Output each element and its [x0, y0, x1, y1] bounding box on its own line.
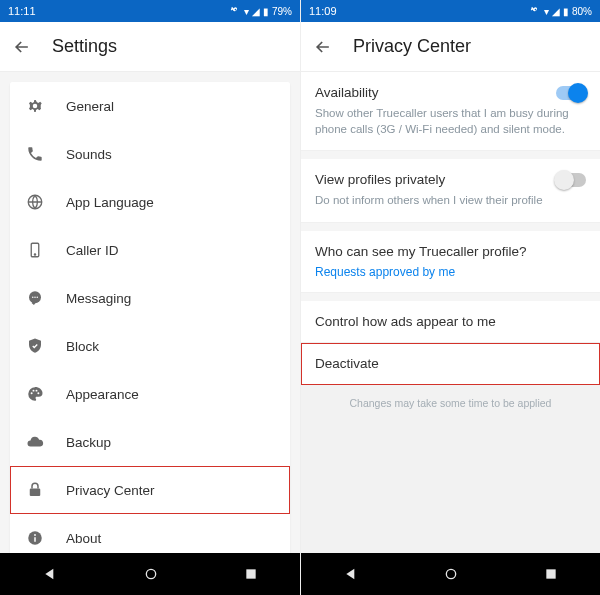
nav-home-icon[interactable]: [443, 566, 459, 582]
lock-icon: [26, 481, 44, 499]
settings-item-language[interactable]: App Language: [10, 178, 290, 226]
nav-recent-icon[interactable]: [544, 567, 558, 581]
battery-icon: ▮: [263, 6, 269, 17]
navigation-bar: [301, 553, 600, 595]
smartphone-icon: [26, 241, 44, 259]
palette-icon: [26, 385, 44, 403]
svg-rect-13: [34, 537, 36, 542]
svg-point-17: [447, 569, 456, 578]
svg-point-9: [36, 390, 38, 392]
settings-item-block[interactable]: Block: [10, 322, 290, 370]
settings-item-label: About: [66, 531, 101, 546]
cloud-icon: [26, 433, 44, 451]
item-subtitle: Show other Truecaller users that I am bu…: [315, 106, 586, 137]
wifi-icon: ▾: [244, 6, 249, 17]
status-time: 11:11: [8, 5, 227, 17]
settings-item-label: General: [66, 99, 114, 114]
app-bar: Privacy Center: [301, 22, 600, 72]
settings-item-about[interactable]: About: [10, 514, 290, 553]
item-link[interactable]: Requests approved by me: [315, 265, 586, 279]
settings-screen: 11:11 ▾ ◢ ▮ 79% Settings General Sounds: [0, 0, 300, 595]
settings-item-label: Sounds: [66, 147, 112, 162]
settings-item-label: Block: [66, 339, 99, 354]
svg-point-15: [146, 569, 155, 578]
gear-icon: [26, 97, 44, 115]
phone-icon: [26, 145, 44, 163]
svg-rect-18: [546, 569, 555, 578]
settings-list-container: General Sounds App Language Caller ID Me…: [0, 72, 300, 553]
privacy-list: Availability Show other Truecaller users…: [301, 72, 600, 553]
settings-item-callerid[interactable]: Caller ID: [10, 226, 290, 274]
svg-point-7: [31, 392, 33, 394]
settings-item-messaging[interactable]: Messaging: [10, 274, 290, 322]
app-bar: Settings: [0, 22, 300, 72]
svg-point-10: [37, 392, 39, 394]
svg-point-6: [37, 297, 39, 299]
message-icon: [26, 289, 44, 307]
shield-icon: [26, 337, 44, 355]
settings-item-label: Caller ID: [66, 243, 119, 258]
availability-toggle[interactable]: [556, 86, 586, 100]
globe-icon: [26, 193, 44, 211]
svg-point-14: [34, 534, 36, 536]
signal-icon: ◢: [252, 6, 260, 17]
status-bar: 11:11 ▾ ◢ ▮ 79%: [0, 0, 300, 22]
settings-item-general[interactable]: General: [10, 82, 290, 130]
item-title: Availability: [315, 85, 379, 100]
item-who-can-see[interactable]: Who can see my Truecaller profile? Reque…: [301, 231, 600, 293]
svg-point-8: [33, 390, 35, 392]
settings-item-sounds[interactable]: Sounds: [10, 130, 290, 178]
svg-point-4: [32, 297, 34, 299]
nav-back-icon[interactable]: [343, 566, 359, 582]
settings-item-appearance[interactable]: Appearance: [10, 370, 290, 418]
vpn-key-icon: [227, 6, 241, 16]
back-icon[interactable]: [313, 37, 333, 57]
status-right: ▾ ◢ ▮ 80%: [527, 6, 592, 17]
settings-item-privacy[interactable]: Privacy Center: [10, 466, 290, 514]
settings-item-label: Backup: [66, 435, 111, 450]
navigation-bar: [0, 553, 300, 595]
battery-text: 79%: [272, 6, 292, 17]
settings-item-label: Privacy Center: [66, 483, 155, 498]
item-ads[interactable]: Control how ads appear to me: [301, 301, 600, 343]
svg-rect-16: [246, 569, 255, 578]
item-subtitle: Do not inform others when I view their p…: [315, 193, 586, 209]
battery-icon: ▮: [563, 6, 569, 17]
item-view-privately[interactable]: View profiles privately Do not inform ot…: [301, 159, 600, 223]
item-title: Who can see my Truecaller profile?: [315, 244, 586, 259]
page-title: Privacy Center: [353, 36, 471, 57]
item-title: Control how ads appear to me: [315, 314, 586, 329]
svg-point-5: [34, 297, 36, 299]
nav-recent-icon[interactable]: [244, 567, 258, 581]
back-icon[interactable]: [12, 37, 32, 57]
status-right: ▾ ◢ ▮ 79%: [227, 6, 292, 17]
settings-item-label: App Language: [66, 195, 154, 210]
svg-rect-11: [30, 489, 41, 497]
settings-item-label: Appearance: [66, 387, 139, 402]
page-title: Settings: [52, 36, 117, 57]
nav-home-icon[interactable]: [143, 566, 159, 582]
item-title: Deactivate: [315, 356, 586, 371]
status-time: 11:09: [309, 5, 527, 17]
item-availability[interactable]: Availability Show other Truecaller users…: [301, 72, 600, 151]
nav-back-icon[interactable]: [42, 566, 58, 582]
svg-point-2: [34, 254, 35, 255]
battery-text: 80%: [572, 6, 592, 17]
info-icon: [26, 529, 44, 547]
settings-item-label: Messaging: [66, 291, 131, 306]
settings-item-backup[interactable]: Backup: [10, 418, 290, 466]
vpn-key-icon: [527, 6, 541, 16]
item-title: View profiles privately: [315, 172, 445, 187]
privacy-center-screen: 11:09 ▾ ◢ ▮ 80% Privacy Center Availabil…: [300, 0, 600, 595]
item-deactivate[interactable]: Deactivate: [301, 343, 600, 385]
footnote: Changes may take some time to be applied: [301, 385, 600, 421]
wifi-icon: ▾: [544, 6, 549, 17]
view-privately-toggle[interactable]: [556, 173, 586, 187]
signal-icon: ◢: [552, 6, 560, 17]
status-bar: 11:09 ▾ ◢ ▮ 80%: [301, 0, 600, 22]
